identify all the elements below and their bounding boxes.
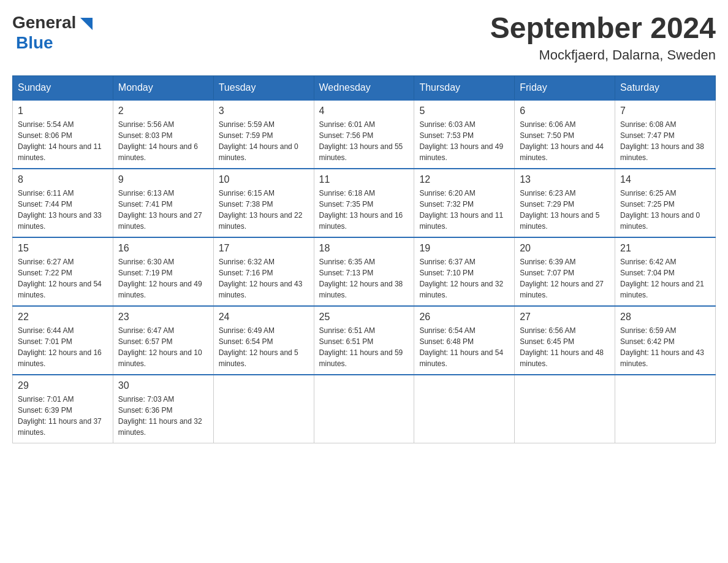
day-info: Sunrise: 6:56 AMSunset: 6:45 PMDaylight:… (520, 325, 610, 369)
page-header: General Blue September 2024 Mockfjaerd, … (12, 12, 716, 63)
day-info: Sunrise: 5:56 AMSunset: 8:03 PMDaylight:… (118, 119, 208, 163)
day-info: Sunrise: 6:44 AMSunset: 7:01 PMDaylight:… (18, 325, 108, 369)
day-info: Sunrise: 6:06 AMSunset: 7:50 PMDaylight:… (520, 119, 610, 163)
day-number: 9 (118, 174, 208, 185)
day-number: 27 (520, 312, 610, 323)
day-number: 29 (18, 380, 108, 391)
day-number: 5 (419, 105, 509, 117)
day-info: Sunrise: 6:35 AMSunset: 7:13 PMDaylight:… (319, 256, 409, 301)
svg-marker-0 (80, 18, 93, 30)
calendar-cell: 13Sunrise: 6:23 AMSunset: 7:29 PMDayligh… (515, 169, 615, 237)
day-number: 15 (18, 243, 108, 254)
calendar-cell: 5Sunrise: 6:03 AMSunset: 7:53 PMDaylight… (414, 100, 515, 169)
day-number: 19 (419, 243, 509, 254)
calendar-cell: 26Sunrise: 6:54 AMSunset: 6:48 PMDayligh… (414, 306, 515, 375)
calendar-cell (213, 375, 314, 443)
calendar-cell: 9Sunrise: 6:13 AMSunset: 7:41 PMDaylight… (113, 169, 213, 237)
day-info: Sunrise: 6:54 AMSunset: 6:48 PMDaylight:… (419, 325, 509, 369)
day-number: 16 (118, 243, 208, 254)
calendar-week-row: 1Sunrise: 5:54 AMSunset: 8:06 PMDaylight… (13, 100, 716, 169)
day-number: 10 (219, 174, 309, 185)
header-saturday: Saturday (615, 75, 716, 100)
calendar-cell: 18Sunrise: 6:35 AMSunset: 7:13 PMDayligh… (314, 237, 414, 306)
day-number: 21 (620, 243, 710, 254)
calendar-cell (615, 375, 716, 443)
day-info: Sunrise: 6:08 AMSunset: 7:47 PMDaylight:… (620, 119, 710, 163)
calendar-cell: 1Sunrise: 5:54 AMSunset: 8:06 PMDaylight… (13, 100, 113, 169)
day-info: Sunrise: 6:37 AMSunset: 7:10 PMDaylight:… (419, 256, 509, 301)
day-number: 26 (419, 312, 509, 323)
day-info: Sunrise: 5:54 AMSunset: 8:06 PMDaylight:… (18, 119, 108, 163)
day-number: 4 (319, 105, 409, 117)
day-info: Sunrise: 6:32 AMSunset: 7:16 PMDaylight:… (219, 256, 309, 301)
day-info: Sunrise: 6:25 AMSunset: 7:25 PMDaylight:… (620, 188, 710, 232)
day-info: Sunrise: 6:01 AMSunset: 7:56 PMDaylight:… (319, 119, 409, 163)
day-number: 23 (118, 312, 208, 323)
day-number: 1 (18, 105, 108, 117)
calendar-cell: 7Sunrise: 6:08 AMSunset: 7:47 PMDaylight… (615, 100, 716, 169)
day-number: 2 (118, 105, 208, 117)
calendar-cell: 16Sunrise: 6:30 AMSunset: 7:19 PMDayligh… (113, 237, 213, 306)
day-info: Sunrise: 6:18 AMSunset: 7:35 PMDaylight:… (319, 188, 409, 232)
calendar-cell: 19Sunrise: 6:37 AMSunset: 7:10 PMDayligh… (414, 237, 515, 306)
calendar-title: September 2024 (490, 12, 716, 45)
day-info: Sunrise: 6:15 AMSunset: 7:38 PMDaylight:… (219, 188, 309, 232)
calendar-cell: 25Sunrise: 6:51 AMSunset: 6:51 PMDayligh… (314, 306, 414, 375)
day-info: Sunrise: 6:30 AMSunset: 7:19 PMDaylight:… (118, 256, 208, 301)
calendar-cell: 6Sunrise: 6:06 AMSunset: 7:50 PMDaylight… (515, 100, 615, 169)
calendar-cell: 21Sunrise: 6:42 AMSunset: 7:04 PMDayligh… (615, 237, 716, 306)
header-wednesday: Wednesday (314, 75, 414, 100)
calendar-cell: 10Sunrise: 6:15 AMSunset: 7:38 PMDayligh… (213, 169, 314, 237)
header-monday: Monday (113, 75, 213, 100)
day-info: Sunrise: 6:42 AMSunset: 7:04 PMDaylight:… (620, 256, 710, 301)
day-info: Sunrise: 6:13 AMSunset: 7:41 PMDaylight:… (118, 188, 208, 232)
day-number: 7 (620, 105, 710, 117)
calendar-cell: 28Sunrise: 6:59 AMSunset: 6:42 PMDayligh… (615, 306, 716, 375)
day-number: 17 (219, 243, 309, 254)
title-section: September 2024 Mockfjaerd, Dalarna, Swed… (490, 12, 716, 63)
calendar-week-row: 22Sunrise: 6:44 AMSunset: 7:01 PMDayligh… (13, 306, 716, 375)
calendar-cell: 22Sunrise: 6:44 AMSunset: 7:01 PMDayligh… (13, 306, 113, 375)
calendar-cell: 29Sunrise: 7:01 AMSunset: 6:39 PMDayligh… (13, 375, 113, 443)
day-info: Sunrise: 6:59 AMSunset: 6:42 PMDaylight:… (620, 325, 710, 369)
day-number: 14 (620, 174, 710, 185)
day-number: 6 (520, 105, 610, 117)
day-info: Sunrise: 6:51 AMSunset: 6:51 PMDaylight:… (319, 325, 409, 369)
header-friday: Friday (515, 75, 615, 100)
calendar-cell (515, 375, 615, 443)
day-number: 8 (18, 174, 108, 185)
calendar-cell: 27Sunrise: 6:56 AMSunset: 6:45 PMDayligh… (515, 306, 615, 375)
day-number: 25 (319, 312, 409, 323)
calendar-cell: 14Sunrise: 6:25 AMSunset: 7:25 PMDayligh… (615, 169, 716, 237)
logo-triangle-icon (77, 15, 96, 33)
day-number: 30 (118, 380, 208, 391)
calendar-cell: 17Sunrise: 6:32 AMSunset: 7:16 PMDayligh… (213, 237, 314, 306)
day-number: 24 (219, 312, 309, 323)
day-info: Sunrise: 5:59 AMSunset: 7:59 PMDaylight:… (219, 119, 309, 163)
day-number: 18 (319, 243, 409, 254)
calendar-cell: 2Sunrise: 5:56 AMSunset: 8:03 PMDaylight… (113, 100, 213, 169)
logo: General Blue (12, 12, 96, 53)
calendar-header-row: Sunday Monday Tuesday Wednesday Thursday… (13, 75, 716, 100)
day-info: Sunrise: 6:11 AMSunset: 7:44 PMDaylight:… (18, 188, 108, 232)
calendar-cell: 24Sunrise: 6:49 AMSunset: 6:54 PMDayligh… (213, 306, 314, 375)
day-number: 28 (620, 312, 710, 323)
header-tuesday: Tuesday (213, 75, 314, 100)
day-info: Sunrise: 6:39 AMSunset: 7:07 PMDaylight:… (520, 256, 610, 301)
calendar-cell: 23Sunrise: 6:47 AMSunset: 6:57 PMDayligh… (113, 306, 213, 375)
calendar-cell: 4Sunrise: 6:01 AMSunset: 7:56 PMDaylight… (314, 100, 414, 169)
day-number: 3 (219, 105, 309, 117)
day-info: Sunrise: 7:01 AMSunset: 6:39 PMDaylight:… (18, 394, 108, 438)
day-number: 13 (520, 174, 610, 185)
day-info: Sunrise: 6:03 AMSunset: 7:53 PMDaylight:… (419, 119, 509, 163)
day-info: Sunrise: 6:47 AMSunset: 6:57 PMDaylight:… (118, 325, 208, 369)
calendar-week-row: 29Sunrise: 7:01 AMSunset: 6:39 PMDayligh… (13, 375, 716, 443)
calendar-cell: 11Sunrise: 6:18 AMSunset: 7:35 PMDayligh… (314, 169, 414, 237)
day-number: 22 (18, 312, 108, 323)
day-info: Sunrise: 6:49 AMSunset: 6:54 PMDaylight:… (219, 325, 309, 369)
calendar-cell: 3Sunrise: 5:59 AMSunset: 7:59 PMDaylight… (213, 100, 314, 169)
day-info: Sunrise: 6:23 AMSunset: 7:29 PMDaylight:… (520, 188, 610, 232)
calendar-cell: 30Sunrise: 7:03 AMSunset: 6:36 PMDayligh… (113, 375, 213, 443)
calendar-cell (314, 375, 414, 443)
day-info: Sunrise: 6:27 AMSunset: 7:22 PMDaylight:… (18, 256, 108, 301)
